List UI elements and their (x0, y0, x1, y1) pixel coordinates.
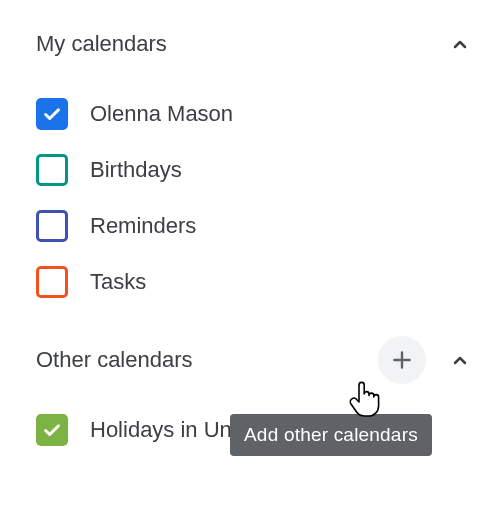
chevron-up-icon[interactable] (436, 20, 484, 68)
checkbox[interactable] (36, 210, 68, 242)
other-calendars-list: Holidays in United States (36, 402, 484, 458)
other-calendars-header[interactable]: Other calendars (36, 340, 484, 380)
my-calendars-header[interactable]: My calendars (36, 24, 484, 64)
calendar-item[interactable]: Birthdays (36, 142, 484, 198)
calendar-label: Reminders (90, 213, 196, 239)
chevron-up-icon[interactable] (436, 336, 484, 384)
calendar-item[interactable]: Holidays in United States (36, 402, 484, 458)
calendar-label: Tasks (90, 269, 146, 295)
calendar-item[interactable]: Tasks (36, 254, 484, 310)
calendar-label: Holidays in United States (90, 417, 336, 443)
checkbox[interactable] (36, 414, 68, 446)
my-calendars-title: My calendars (36, 31, 167, 57)
checkbox[interactable] (36, 154, 68, 186)
my-calendars-list: Olenna Mason Birthdays Reminders Tasks (36, 86, 484, 310)
calendar-item[interactable]: Reminders (36, 198, 484, 254)
checkbox[interactable] (36, 98, 68, 130)
calendar-label: Olenna Mason (90, 101, 233, 127)
other-calendars-title: Other calendars (36, 347, 193, 373)
checkbox[interactable] (36, 266, 68, 298)
add-icon[interactable] (378, 336, 426, 384)
calendar-item[interactable]: Olenna Mason (36, 86, 484, 142)
calendar-label: Birthdays (90, 157, 182, 183)
